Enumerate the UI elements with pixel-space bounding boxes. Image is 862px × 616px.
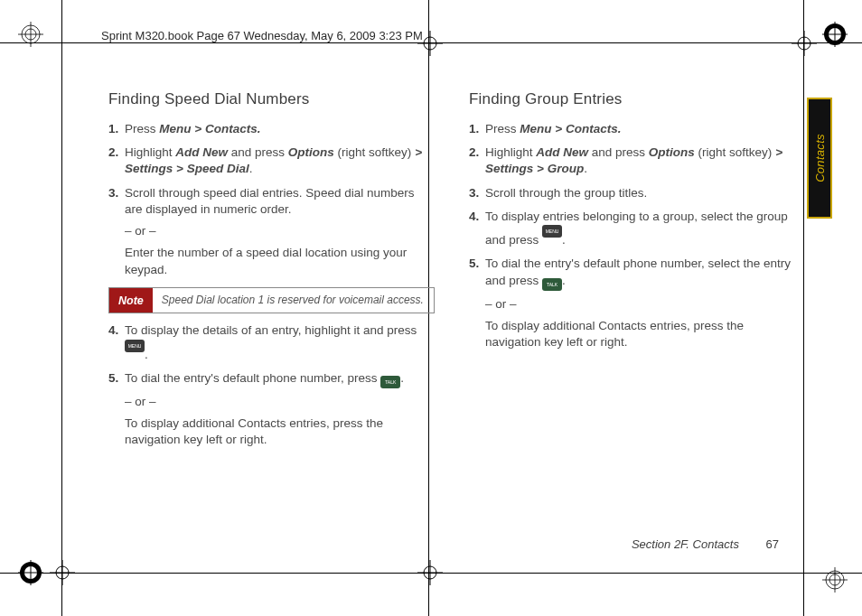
steps-group-entries: Press Menu > Contacts. Highlight Add New…	[469, 121, 795, 350]
step-5: To dial the entry's default phone number…	[125, 370, 435, 449]
step-3: Scroll through speed dial entries. Speed…	[125, 185, 435, 278]
registration-mark-icon	[822, 567, 848, 593]
ui-label: Options	[649, 145, 695, 159]
heading-group-entries: Finding Group Entries	[469, 90, 795, 108]
step-1: Press Menu > Contacts.	[485, 121, 795, 137]
talk-key-icon: TALK	[542, 278, 562, 291]
text: and press	[228, 145, 288, 159]
menu-path: Menu > Contacts.	[520, 122, 621, 135]
text: Press	[485, 122, 520, 135]
text: To dial the entry's default phone number…	[125, 371, 380, 385]
text: .	[400, 371, 404, 385]
page-header-meta: Sprint M320.book Page 67 Wednesday, May …	[101, 29, 423, 42]
registration-mark-icon	[18, 560, 43, 585]
text: Highlight	[485, 145, 536, 159]
text: .	[249, 162, 253, 175]
step-2: Highlight Add New and press Options (rig…	[485, 145, 795, 177]
crop-line-left	[61, 0, 62, 616]
crosshair-icon	[417, 560, 443, 585]
registration-mark-icon	[18, 22, 43, 47]
text: (right softkey)	[695, 145, 775, 159]
menu-ok-key-icon: MENU OK	[125, 340, 145, 352]
note-label: Note	[109, 288, 153, 313]
page-footer: Section 2F. Contacts 67	[632, 537, 779, 551]
text: To display additional Contacts entries, …	[485, 318, 795, 350]
column-left: Finding Speed Dial Numbers Press Menu > …	[108, 90, 435, 455]
text: To display additional Contacts entries, …	[125, 415, 435, 448]
ui-label: Options	[288, 145, 334, 159]
text: To display the details of an entry, high…	[125, 323, 417, 337]
column-right: Finding Group Entries Press Menu > Conta…	[469, 90, 795, 455]
heading-speed-dial: Finding Speed Dial Numbers	[108, 90, 435, 108]
section-tab-label: Contacts	[813, 134, 827, 182]
step-2: Highlight Add New and press Options (rig…	[125, 145, 435, 177]
steps-speed-dial-cont: To display the details of an entry, high…	[108, 322, 435, 448]
text: (right softkey)	[334, 145, 415, 159]
step-4: To display the details of an entry, high…	[125, 322, 435, 362]
text: .	[562, 274, 566, 287]
or-divider: – or –	[125, 394, 435, 410]
text: .	[584, 162, 587, 175]
note-text: Speed Dial location 1 is reserved for vo…	[153, 288, 433, 313]
crop-line-right	[803, 0, 804, 616]
page-number: 67	[766, 537, 779, 551]
step-5: To dial the entry's default phone number…	[485, 256, 795, 350]
section-tab: Contacts	[807, 98, 832, 219]
text: Scroll through the group titles.	[485, 186, 647, 200]
text: Highlight	[125, 145, 175, 159]
crosshair-icon	[792, 31, 817, 56]
menu-path: Menu > Contacts.	[159, 122, 260, 135]
or-divider: – or –	[485, 296, 795, 313]
text: .	[562, 233, 566, 247]
or-divider: – or –	[125, 223, 435, 239]
page-content: Finding Speed Dial Numbers Press Menu > …	[108, 90, 795, 455]
ui-label: Add New	[175, 145, 228, 159]
footer-section: Section 2F. Contacts	[632, 537, 739, 551]
text: Press	[125, 122, 159, 135]
text: To dial the entry's default phone number…	[485, 257, 791, 286]
ui-label: Add New	[536, 145, 588, 159]
menu-ok-key-icon: MENU OK	[542, 225, 562, 238]
registration-mark-icon	[822, 22, 848, 47]
text: To display entries belonging to a group,…	[485, 210, 788, 247]
text: Scroll through speed dial entries. Speed…	[125, 186, 414, 216]
text: .	[145, 348, 148, 361]
note-box: Note Speed Dial location 1 is reserved f…	[108, 287, 435, 314]
step-1: Press Menu > Contacts.	[125, 121, 435, 137]
crosshair-icon	[50, 560, 75, 585]
text: and press	[588, 145, 649, 159]
step-3: Scroll through the group titles.	[485, 185, 795, 201]
talk-key-icon: TALK	[380, 376, 400, 388]
step-4: To display entries belonging to a group,…	[485, 209, 795, 248]
steps-speed-dial: Press Menu > Contacts. Highlight Add New…	[108, 121, 435, 278]
text: Enter the number of a speed dial locatio…	[125, 245, 435, 277]
